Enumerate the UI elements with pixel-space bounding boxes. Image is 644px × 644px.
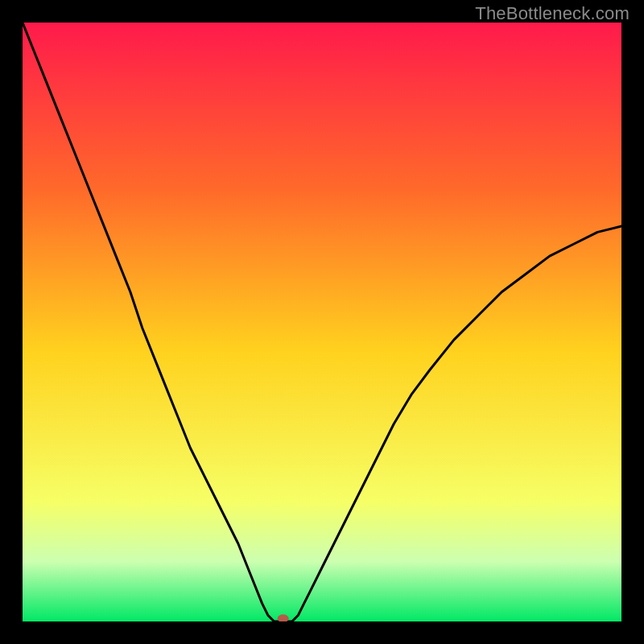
watermark-text: TheBottleneck.com: [475, 3, 630, 24]
chart-svg: [23, 23, 621, 621]
app-frame: TheBottleneck.com: [0, 0, 644, 644]
bottleneck-chart: [23, 23, 621, 621]
chart-background: [23, 23, 621, 621]
